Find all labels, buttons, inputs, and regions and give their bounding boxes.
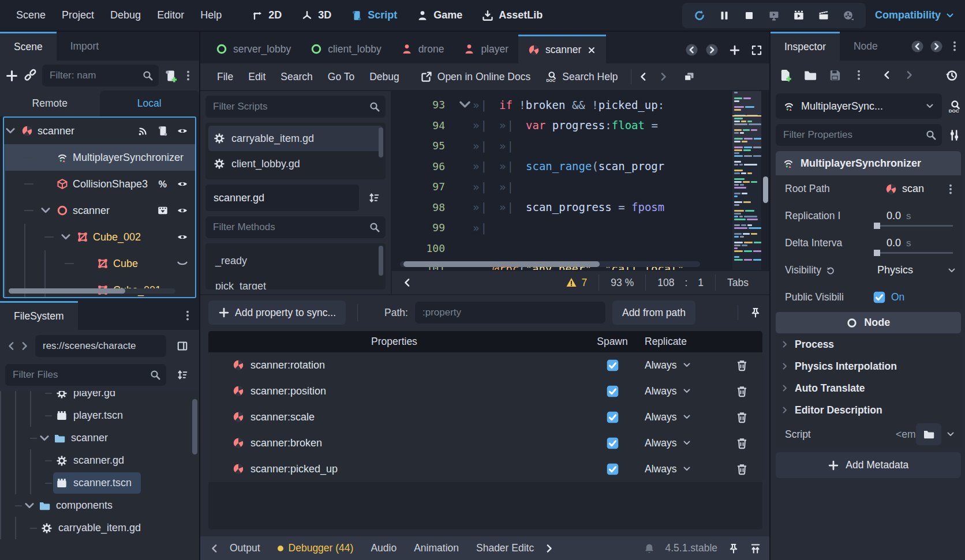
script-menu-go-to[interactable]: Go To <box>320 69 362 85</box>
script-menu-debug[interactable]: Debug <box>362 69 407 85</box>
add-from-path-button[interactable]: Add from path <box>612 300 695 325</box>
script-history-back-icon[interactable] <box>637 71 649 82</box>
scene-filter-input[interactable] <box>42 65 159 87</box>
code-line[interactable]: 99»| <box>392 217 732 238</box>
replicate-select[interactable]: Always <box>645 385 721 397</box>
replicate-select[interactable]: Always <box>645 437 721 449</box>
property-menu-icon[interactable] <box>945 183 956 195</box>
spawn-checkbox[interactable] <box>606 411 619 424</box>
menu-project[interactable]: Project <box>54 6 102 25</box>
pause-button[interactable] <box>715 10 734 21</box>
delete-property-icon[interactable] <box>735 463 749 476</box>
file-scanner.gd[interactable]: scanner.gd <box>0 449 199 472</box>
scene-tab-client_lobby[interactable]: client_lobby <box>301 35 391 63</box>
add-property-to-sync-button[interactable]: Add property to sync... <box>208 300 346 325</box>
tabs-forward-icon[interactable] <box>705 43 719 57</box>
menu-help[interactable]: Help <box>192 6 230 25</box>
local-tab[interactable]: Local <box>100 91 200 116</box>
new-resource-button[interactable] <box>779 69 792 82</box>
file-carryable_item.gd[interactable]: carryable_item.gd <box>0 517 199 539</box>
eye-icon[interactable] <box>177 205 188 216</box>
filter-methods-input[interactable] <box>205 216 386 238</box>
save-resource-button[interactable] <box>828 69 841 82</box>
file-player.tscn[interactable]: player.tscn <box>0 404 199 427</box>
indent-type[interactable]: Tabs <box>715 275 760 291</box>
inspector-back-icon[interactable] <box>881 69 892 81</box>
tabs-back-icon[interactable] <box>685 43 698 57</box>
script-history-forward-icon[interactable] <box>658 71 669 82</box>
percent-icon[interactable]: % <box>157 178 169 190</box>
attach-script-button[interactable] <box>164 69 177 82</box>
script-sort-button[interactable] <box>362 187 386 209</box>
filesystem-path-input[interactable] <box>35 335 166 357</box>
property-checkbox[interactable] <box>873 291 886 304</box>
bottom-tab-output[interactable]: Output <box>221 542 269 554</box>
scene-tab-scanner[interactable]: scanner <box>518 35 606 63</box>
delete-property-icon[interactable] <box>735 437 749 450</box>
restart-button[interactable] <box>690 10 709 21</box>
resource-menu-icon[interactable] <box>853 69 865 81</box>
property-slider[interactable] <box>875 252 953 254</box>
scene-tab-player[interactable]: player <box>454 35 518 63</box>
add-metadata-button[interactable]: Add Metadata <box>776 452 961 478</box>
group-process[interactable]: Process <box>776 333 961 355</box>
scroll-left-icon[interactable] <box>208 543 220 554</box>
property-tools-icon[interactable] <box>948 129 961 142</box>
code-minimap[interactable] <box>732 91 761 270</box>
scene-tab-server_lobby[interactable]: server_lobby <box>206 35 301 63</box>
remote-tab[interactable]: Remote <box>0 91 100 116</box>
signal-icon[interactable] <box>137 125 149 137</box>
file-sort-button[interactable] <box>171 364 194 386</box>
open-online-docs-button[interactable]: Open in Online Docs <box>414 69 537 85</box>
code-line[interactable]: 100 <box>392 238 732 259</box>
history-forward-icon[interactable] <box>19 340 31 352</box>
bottom-tab-audio[interactable]: Audio <box>362 542 405 554</box>
group-auto-translate[interactable]: Auto Translate <box>776 377 961 399</box>
replicate-select[interactable]: Always <box>645 359 721 371</box>
editor-zoom[interactable]: 93 % <box>599 275 645 291</box>
pin-icon[interactable] <box>728 543 739 554</box>
pin-icon[interactable] <box>750 307 761 318</box>
tab-import[interactable]: Import <box>57 32 113 61</box>
bottom-tab-animation[interactable]: Animation <box>405 542 467 554</box>
filesystem-menu-icon[interactable] <box>182 310 193 321</box>
replication-path-input[interactable] <box>415 302 605 324</box>
script-menu-search[interactable]: Search <box>273 69 320 85</box>
code-line[interactable]: 93»|if !broken && !picked_up: <box>392 95 732 115</box>
filesystem-filter-input[interactable] <box>5 364 166 386</box>
bottom-tab-shader-editc[interactable]: Shader Editc <box>467 542 543 554</box>
spawn-checkbox[interactable] <box>606 437 619 450</box>
fold-icon[interactable] <box>457 97 473 112</box>
script-list-scrollbar[interactable] <box>379 127 383 157</box>
inspector-forward-icon[interactable] <box>904 69 915 81</box>
property-value[interactable]: 0.0 <box>887 210 901 222</box>
tab-node[interactable]: Node <box>840 32 892 61</box>
filter-scripts-input[interactable] <box>205 96 386 118</box>
movie-icon[interactable] <box>157 205 169 216</box>
file-player.gd[interactable]: player.gd <box>0 391 199 404</box>
history-back-icon[interactable] <box>5 340 17 352</box>
method-list-scrollbar[interactable] <box>379 246 383 276</box>
scene-node-multiplayersynchronizer[interactable]: MultiplayerSynchronizer <box>4 144 195 171</box>
filter-properties-input[interactable] <box>776 124 942 146</box>
inspector-next-icon[interactable] <box>930 40 943 53</box>
renderer-select[interactable]: Compatibility <box>875 9 955 21</box>
workspace-game[interactable]: Game <box>410 6 469 25</box>
eye-icon[interactable] <box>177 178 188 190</box>
code-hscrollbar[interactable] <box>400 261 700 267</box>
spawn-checkbox[interactable] <box>606 359 619 372</box>
add-node-button[interactable] <box>5 69 18 82</box>
hide-scripts-panel-icon[interactable] <box>401 277 413 288</box>
replicate-select[interactable]: Always <box>645 463 721 475</box>
property-value[interactable]: Physics <box>877 264 913 276</box>
inspector-tabs-menu-icon[interactable] <box>949 40 960 52</box>
property-value[interactable]: 0.0 <box>887 237 901 249</box>
script-menu-edit[interactable]: Edit <box>241 69 273 85</box>
delete-property-icon[interactable] <box>735 411 749 424</box>
section-node[interactable]: Node <box>776 312 961 333</box>
revert-icon[interactable] <box>826 266 835 275</box>
script-icon[interactable] <box>157 125 169 137</box>
play-scene-button[interactable] <box>790 10 808 21</box>
slider-handle[interactable] <box>874 223 880 229</box>
tab-scene[interactable]: Scene <box>0 32 57 61</box>
